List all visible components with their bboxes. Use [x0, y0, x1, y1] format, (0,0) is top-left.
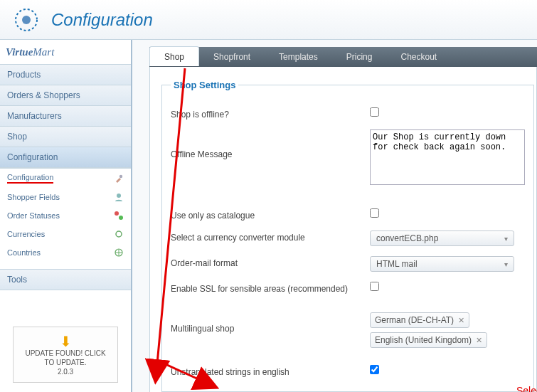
checkbox-untranslated[interactable]: [370, 365, 379, 374]
textarea-offline-message[interactable]: [370, 129, 525, 185]
label-currency-module: Select a currency converter module: [171, 231, 370, 243]
sub-item-shopper-fields[interactable]: Shopper Fields: [0, 188, 131, 206]
shop-settings-fieldset: Shop Settings Shop is offline? Offline M…: [161, 80, 534, 392]
update-version: 2.0.3: [18, 367, 113, 376]
tab-shop[interactable]: Shop: [149, 46, 199, 66]
label-ssl: Enable SSL for sensible areas (recommend…: [171, 282, 370, 294]
refresh-icon: [114, 229, 124, 239]
tag-label: English (United Kingdom): [375, 335, 472, 345]
sidebar-item-products[interactable]: Products: [0, 65, 131, 85]
wrench-icon: [114, 174, 124, 184]
close-icon[interactable]: ✕: [458, 316, 464, 325]
lang-tag-german[interactable]: German (DE-CH-AT) ✕: [370, 312, 469, 328]
tab-shopfront[interactable]: Shopfront: [199, 47, 265, 67]
sidebar: VirtueMart Products Orders & Shoppers Ma…: [0, 40, 132, 392]
label-mail-format: Order-mail format: [171, 256, 370, 268]
sub-label: Order Statuses: [7, 211, 60, 220]
status-icon: [114, 211, 124, 221]
app-logo-icon: [14, 8, 38, 32]
user-icon: [114, 192, 124, 202]
label-offline-message: Offline Message: [171, 129, 370, 159]
sub-item-countries[interactable]: Countries: [0, 243, 131, 262]
label-untranslated: Unstranslated strings in english: [171, 365, 370, 377]
brand-a: Virtue: [6, 46, 33, 58]
tab-bar: Shop Shopfront Templates Pricing Checkou…: [149, 47, 537, 67]
sub-item-order-statuses[interactable]: Order Statuses: [0, 206, 131, 225]
svg-point-5: [119, 216, 123, 220]
tab-checkout[interactable]: Checkout: [386, 47, 451, 67]
download-icon: ⬇: [18, 334, 113, 349]
tab-pricing[interactable]: Pricing: [332, 47, 387, 67]
chevron-down-icon: ▾: [504, 260, 508, 268]
label-multilingual: Multilingual shop: [171, 311, 370, 334]
svg-point-4: [115, 211, 119, 216]
globe-icon: [114, 248, 124, 258]
select-mail-format[interactable]: HTML mail ▾: [370, 256, 514, 272]
brand: VirtueMart: [0, 40, 131, 65]
sub-label: Currencies: [7, 230, 45, 238]
select-currency-module[interactable]: convertECB.php ▾: [370, 231, 514, 246]
tag-label: German (DE-CH-AT): [375, 315, 454, 325]
lang-tag-english[interactable]: English (United Kingdom) ✕: [370, 332, 487, 348]
update-box[interactable]: ⬇ UPDATE FOUND! CLICK TO UPDATE. 2.0.3: [13, 327, 118, 383]
page-header: Configuration: [0, 0, 537, 40]
tab-templates[interactable]: Templates: [265, 47, 332, 67]
update-line2: TO UPDATE.: [18, 358, 113, 367]
sub-label: Countries: [7, 248, 41, 257]
chevron-down-icon: ▾: [504, 235, 508, 243]
sidebar-item-tools[interactable]: Tools: [0, 269, 131, 290]
main-panel: Shop Shopfront Templates Pricing Checkou…: [132, 40, 537, 392]
checkbox-shop-offline[interactable]: [370, 107, 379, 117]
sidebar-item-configuration[interactable]: Configuration: [0, 147, 131, 168]
checkbox-ssl[interactable]: [370, 282, 379, 291]
select-value: HTML mail: [376, 259, 418, 269]
label-catalogue: Use only as catalogue: [171, 208, 370, 221]
sub-item-currencies[interactable]: Currencies: [0, 225, 131, 243]
page-title: Configuration: [51, 10, 153, 30]
sidebar-item-manufacturers[interactable]: Manufacturers: [0, 106, 131, 127]
svg-point-2: [119, 174, 122, 177]
update-line1: UPDATE FOUND! CLICK: [18, 349, 113, 358]
sub-item-configuration[interactable]: Configuration: [0, 169, 131, 188]
sub-label: Shopper Fields: [7, 193, 60, 201]
checkbox-catalogue[interactable]: [370, 208, 379, 218]
close-icon[interactable]: ✕: [476, 336, 482, 345]
sidebar-item-orders[interactable]: Orders & Shoppers: [0, 85, 131, 106]
svg-point-1: [22, 16, 31, 24]
sidebar-item-shop[interactable]: Shop: [0, 127, 131, 147]
brand-b: Mart: [33, 46, 54, 58]
label-shop-offline: Shop is offline?: [171, 107, 370, 120]
select-value: convertECB.php: [376, 233, 438, 243]
fieldset-legend: Shop Settings: [171, 80, 238, 90]
sub-label: Configuration: [7, 173, 53, 184]
svg-point-3: [117, 194, 121, 198]
